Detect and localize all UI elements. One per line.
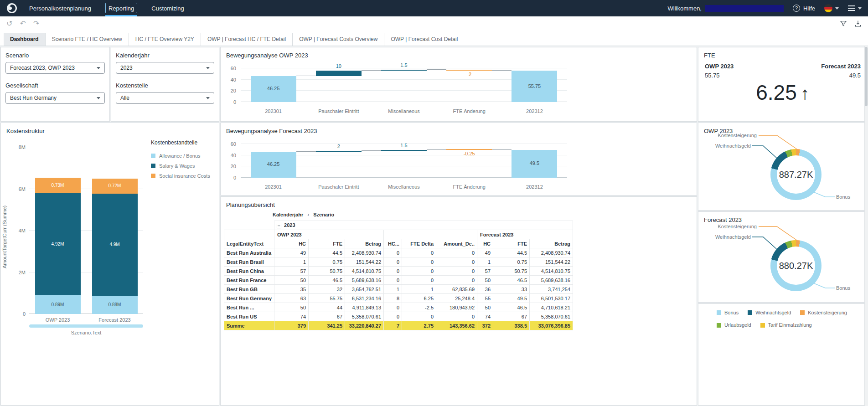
legend-item[interactable]: Bonus [717,310,739,315]
menu-button[interactable] [848,5,862,11]
table-cell[interactable]: 67 [493,312,530,321]
table-cell[interactable]: 63 [274,294,309,303]
table-cell[interactable]: 57 [274,267,309,276]
kostenstelle-dropdown[interactable]: Alle [116,92,214,104]
help-button[interactable]: ? Hilfe [793,5,815,12]
legend-item[interactable]: Social insurance Costs [151,173,217,179]
waterfall-bar[interactable] [381,70,427,71]
scrollbar-thumb[interactable] [865,47,868,106]
table-cell[interactable]: 46.5 [493,303,530,312]
tab-scenario-fte-hc-overview[interactable]: Scenario FTE / HC Overview [45,33,129,46]
table-cell[interactable]: 3,654,762.51 [345,285,384,294]
table-cell[interactable]: 379 [274,321,309,330]
legend-item[interactable]: Tarif Einmalzahlung [760,322,812,328]
collapse-icon[interactable]: − [277,224,281,228]
table-cell[interactable]: 49 [274,248,309,257]
table-row[interactable]: Best Run Australia4944.52,408,930.740004… [224,248,573,257]
table-cell[interactable]: 25,248.4 [436,294,477,303]
table-cell[interactable]: 180,943.92 [436,303,477,312]
table-cell[interactable]: 0 [436,267,477,276]
donut-chart[interactable]: 887.27K [770,149,822,200]
scenario-dropdown[interactable]: Forecast 2023, OWP 2023 [5,62,105,74]
column-group-header[interactable]: OWP 2023 [274,230,384,239]
table-cell[interactable]: 0 [402,267,436,276]
table-cell[interactable]: Best Run GB [224,285,274,294]
table-cell[interactable]: Best Run US [224,312,274,321]
table-cell[interactable]: 2.75 [402,321,436,330]
table-cell[interactable]: 0 [384,257,402,267]
app-logo[interactable] [6,3,17,14]
language-selector[interactable] [824,4,839,12]
table-cell[interactable]: 7 [384,321,402,330]
table-cell[interactable]: 4,514,810.75 [530,267,573,276]
waterfall-bar[interactable] [446,149,492,150]
table-cell[interactable]: 0 [436,248,477,257]
table-cell[interactable]: 4,514,810.75 [345,267,384,276]
table-cell[interactable]: Best Run France [224,276,274,285]
table-cell[interactable]: 33,220,840.27 [345,321,384,330]
table-row[interactable]: Best Run GB35323,654,762.51-1-1-62,835.6… [224,285,573,294]
table-cell[interactable]: Best Run China [224,267,274,276]
tab-owp-forecast-costs-overview[interactable]: OWP | Forecast Costs Overview [292,33,384,46]
table-cell[interactable]: -1 [402,285,436,294]
table-cell[interactable]: 5,689,638.16 [530,276,573,285]
tab-dashboard[interactable]: Dashboard [4,33,45,46]
waterfall-bar[interactable] [446,70,492,71]
table-cell[interactable]: 3,741,254 [530,285,573,294]
table-cell[interactable]: 49.5 [493,294,530,303]
donut-chart[interactable]: 880.27K [770,240,822,291]
table-cell[interactable]: 44.5 [309,248,345,257]
table-cell[interactable]: 74 [274,312,309,321]
column-header[interactable]: FTE Delta [402,239,436,248]
table-cell[interactable]: 151,544.22 [345,257,384,267]
column-header[interactable]: HC [477,239,493,248]
tab-owp-forecast-cost-detail[interactable]: OWP | Forecast Cost Detail [384,33,464,46]
table-cell[interactable]: 57 [477,267,493,276]
chart-scrollbar[interactable] [29,324,143,328]
table-cell[interactable]: 0 [384,303,402,312]
table-cell[interactable]: 5,358,070.61 [345,312,384,321]
table-cell[interactable]: 0 [402,276,436,285]
table-cell[interactable]: 5,689,638.16 [345,276,384,285]
table-cell[interactable]: 143,356.62 [436,321,477,330]
table-cell[interactable]: 341.25 [309,321,345,330]
table-cell[interactable]: 0 [402,248,436,257]
table-cell[interactable]: 44.5 [493,248,530,257]
table-cell[interactable]: 46.5 [493,276,530,285]
filter-icon[interactable] [840,20,847,27]
table-cell[interactable]: 2,408,930.74 [530,248,573,257]
table-cell[interactable]: 50 [477,303,493,312]
table-cell[interactable]: 33 [493,285,530,294]
waterfall-bar[interactable] [381,150,427,151]
undo-icon[interactable]: ↶ [20,20,26,27]
table-cell[interactable]: 55.75 [309,294,345,303]
table-cell[interactable]: 50 [274,303,309,312]
table-cell[interactable]: 35 [274,285,309,294]
table-row[interactable]: Best Run China5750.754,514,810.750005750… [224,267,573,276]
table-cell[interactable]: 0 [402,312,436,321]
table-cell[interactable]: -62,835.69 [436,285,477,294]
table-cell[interactable]: Best Run Germany [224,294,274,303]
drill-level-szenario[interactable]: Szenario [313,212,334,217]
column-header[interactable]: LegalEntityText [224,239,274,248]
table-cell[interactable]: 36 [477,285,493,294]
year-cell[interactable]: −2023 [274,221,573,230]
table-cell[interactable]: 8 [384,294,402,303]
table-cell[interactable]: 372 [477,321,493,330]
table-cell[interactable]: 74 [477,312,493,321]
table-cell[interactable]: 0 [436,312,477,321]
table-cell[interactable]: 5,358,070.61 [530,312,573,321]
waterfall-bar[interactable] [316,151,362,152]
gesellschaft-dropdown[interactable]: Best Run Germany [5,92,105,104]
legend-item[interactable]: Urlaubsgeld [717,322,751,328]
column-header[interactable]: FTE [309,239,345,248]
table-cell[interactable]: -2.5 [402,303,436,312]
table-cell[interactable]: Best Run ... [224,303,274,312]
table-cell[interactable]: 46.5 [309,276,345,285]
table-cell[interactable]: 50.75 [309,267,345,276]
table-cell[interactable]: 6,531,234.16 [345,294,384,303]
table-cell[interactable]: 0 [384,248,402,257]
column-header[interactable]: FTE [493,239,530,248]
table-row[interactable]: Best Run US74675,358,070.6100074675,358,… [224,312,573,321]
table-cell[interactable]: 0 [384,267,402,276]
